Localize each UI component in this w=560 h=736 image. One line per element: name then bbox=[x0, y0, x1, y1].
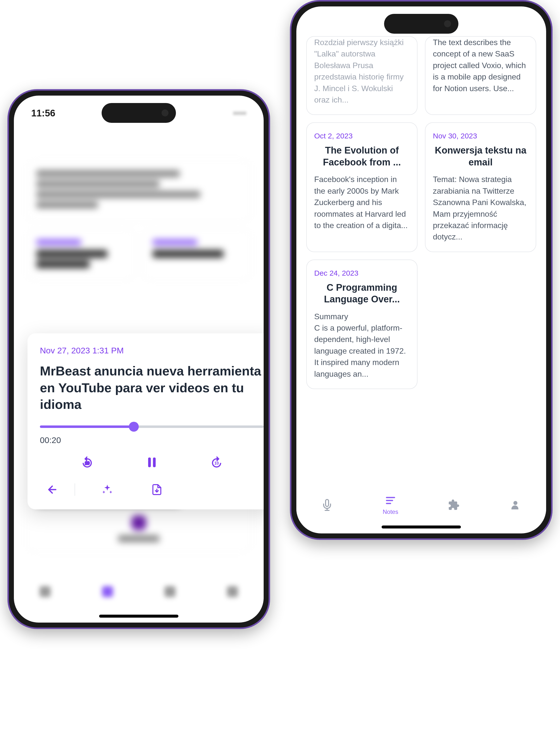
svg-point-11 bbox=[513, 501, 517, 505]
player-controls: 10 10 bbox=[40, 455, 264, 470]
nav-profile[interactable] bbox=[509, 499, 521, 511]
file-download-icon bbox=[151, 484, 163, 495]
dynamic-island bbox=[384, 14, 458, 34]
notes-icon bbox=[385, 494, 396, 506]
svg-text:10: 10 bbox=[85, 461, 89, 465]
home-indicator bbox=[382, 525, 461, 528]
forward-10-icon: 10 bbox=[210, 455, 224, 469]
svg-rect-2 bbox=[153, 457, 156, 467]
note-card[interactable]: Nov 30, 2023 Konwersja tekstu na email T… bbox=[425, 122, 536, 252]
bottom-nav: Notes bbox=[296, 489, 546, 521]
home-indicator bbox=[99, 615, 178, 618]
note-card[interactable]: Rozdział pierwszy książki "Lalka" autors… bbox=[306, 36, 418, 115]
note-title: C Programming Language Over... bbox=[314, 282, 410, 305]
player-bottom-actions bbox=[40, 482, 264, 497]
phone-mockup-left: 11:56 •••• bbox=[7, 89, 270, 629]
player-seek-thumb[interactable] bbox=[129, 422, 139, 432]
status-icons: •••• bbox=[233, 108, 246, 119]
note-card[interactable]: The text describes the concept of a new … bbox=[425, 36, 536, 115]
pause-icon bbox=[145, 456, 158, 469]
phone-mockup-right: Rozdział pierwszy książki "Lalka" autors… bbox=[290, 0, 553, 540]
note-body: The text describes the concept of a new … bbox=[433, 37, 528, 94]
pause-button[interactable] bbox=[144, 455, 159, 470]
player-seek-track[interactable] bbox=[40, 425, 264, 428]
note-date: Dec 24, 2023 bbox=[314, 269, 410, 277]
phone-screen-right: Rozdział pierwszy książki "Lalka" autors… bbox=[296, 6, 546, 533]
audio-player-card: Nov 27, 2023 1:31 PM MrBeast anuncia nue… bbox=[28, 333, 264, 509]
sparkles-icon bbox=[101, 484, 113, 495]
note-date: Nov 30, 2023 bbox=[433, 132, 528, 140]
player-seek-fill bbox=[40, 425, 134, 428]
note-body: Facebook's inception in the early 2000s … bbox=[314, 174, 410, 231]
phone-screen-left: 11:56 •••• bbox=[14, 96, 264, 623]
note-title: Konwersja tekstu na email bbox=[433, 145, 528, 168]
notes-grid[interactable]: Rozdział pierwszy książki "Lalka" autors… bbox=[296, 6, 546, 533]
nav-record[interactable] bbox=[321, 499, 333, 511]
note-body: Summary C is a powerful, platform-depend… bbox=[314, 311, 410, 379]
note-body: Temat: Nowa strategia zarabiania na Twit… bbox=[433, 174, 528, 243]
player-elapsed-time: 00:20 bbox=[40, 435, 264, 445]
player-title: MrBeast anuncia nueva herramienta en You… bbox=[40, 363, 264, 413]
puzzle-icon bbox=[448, 499, 460, 511]
nav-notes-label: Notes bbox=[383, 508, 398, 515]
back-button[interactable] bbox=[45, 482, 60, 497]
bottom-nav-blurred bbox=[14, 575, 264, 608]
nav-integrations[interactable] bbox=[448, 499, 460, 511]
magic-button[interactable] bbox=[100, 482, 115, 497]
note-card[interactable]: Dec 24, 2023 C Programming Language Over… bbox=[306, 260, 418, 389]
note-title: The Evolution of Facebook from ... bbox=[314, 145, 410, 168]
divider bbox=[75, 483, 75, 496]
svg-text:10: 10 bbox=[214, 461, 219, 465]
person-icon bbox=[509, 499, 521, 511]
status-time: 11:56 bbox=[31, 108, 55, 119]
forward-10-button[interactable]: 10 bbox=[209, 455, 224, 470]
rewind-10-button[interactable]: 10 bbox=[80, 455, 95, 470]
nav-notes[interactable]: Notes bbox=[383, 494, 398, 515]
player-date: Nov 27, 2023 1:31 PM bbox=[40, 346, 264, 356]
svg-rect-1 bbox=[148, 457, 151, 467]
note-body: Rozdział pierwszy książki "Lalka" autors… bbox=[314, 37, 410, 106]
download-button[interactable] bbox=[149, 482, 164, 497]
arrow-left-icon bbox=[46, 484, 58, 495]
microphone-icon bbox=[321, 499, 333, 511]
note-date: Oct 2, 2023 bbox=[314, 132, 410, 140]
dynamic-island bbox=[102, 103, 176, 123]
note-card[interactable]: Oct 2, 2023 The Evolution of Facebook fr… bbox=[306, 122, 418, 252]
rewind-10-icon: 10 bbox=[80, 455, 94, 469]
